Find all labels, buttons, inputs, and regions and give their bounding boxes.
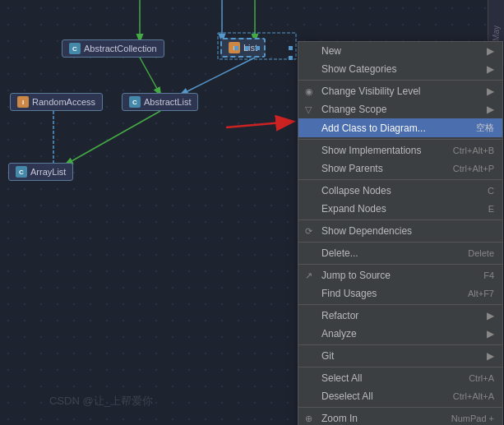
menu-item-label: New xyxy=(321,45,483,57)
menu-item-label: Jump to Source xyxy=(321,270,475,281)
node-label: ArrayList xyxy=(30,167,66,177)
node-label: RandomAccess xyxy=(32,97,95,107)
menu-item-label: Refactor xyxy=(321,310,483,321)
connection-dot xyxy=(289,56,293,60)
link-icon: ⟳ xyxy=(305,226,312,237)
menu-item-shortcut: E xyxy=(488,204,494,214)
menu-separator xyxy=(298,367,502,367)
jump-icon: ↗ xyxy=(305,270,312,281)
menu-item-label: Analyze xyxy=(321,328,483,340)
menu-item-label: Show Categories xyxy=(321,63,483,75)
menu-separator xyxy=(298,80,502,81)
menu-separator xyxy=(298,219,502,220)
menu-item-select-all[interactable]: Select All Ctrl+A xyxy=(298,369,502,387)
svg-line-0 xyxy=(140,58,160,95)
menu-item-label: Collapse Nodes xyxy=(321,185,479,196)
menu-item-show-implementations[interactable]: Show Implementations Ctrl+Alt+B xyxy=(298,141,502,159)
menu-item-label: Select All xyxy=(321,372,460,384)
menu-separator xyxy=(298,407,502,408)
submenu-arrow: ▶ xyxy=(487,310,494,321)
submenu-arrow: ▶ xyxy=(487,85,494,97)
menu-item-expand-nodes[interactable]: Expand Nodes E xyxy=(298,200,502,218)
menu-item-shortcut: Ctrl+Alt+B xyxy=(453,146,494,155)
submenu-arrow: ▶ xyxy=(487,328,494,340)
node-random-access[interactable]: I RandomAccess xyxy=(10,93,103,111)
node-icon: C xyxy=(129,96,141,108)
submenu-arrow: ▶ xyxy=(487,104,494,115)
node-icon: I xyxy=(17,96,29,108)
menu-item-shortcut: Ctrl+Alt+A xyxy=(453,391,494,401)
node-array-list[interactable]: C ArrayList xyxy=(8,163,73,181)
node-label: AbstractList xyxy=(144,97,191,107)
menu-separator xyxy=(298,264,502,265)
menu-item-label: Show Parents xyxy=(321,163,445,174)
menu-item-label: Deselect All xyxy=(321,390,445,402)
may-text: May xyxy=(492,25,501,41)
connection-dot xyxy=(234,46,238,50)
svg-line-7 xyxy=(226,122,292,127)
submenu-arrow: ▶ xyxy=(487,45,494,57)
menu-separator xyxy=(298,179,502,180)
node-icon: C xyxy=(69,43,81,54)
menu-item-label: Show Implementations xyxy=(321,145,445,156)
menu-item-label: Add Class to Diagram... xyxy=(321,122,468,134)
menu-item-shortcut: Ctrl+Alt+P xyxy=(453,164,494,173)
filter-icon: ▽ xyxy=(305,104,312,115)
menu-separator xyxy=(298,344,502,345)
svg-line-1 xyxy=(181,58,255,95)
node-abstract-list[interactable]: C AbstractList xyxy=(122,93,198,111)
node-abstract-collection[interactable]: C AbstractCollection xyxy=(62,39,164,58)
eye-icon: ◉ xyxy=(305,86,313,97)
menu-item-deselect-all[interactable]: Deselect All Ctrl+Alt+A xyxy=(298,387,502,405)
zoom-in-icon: ⊕ xyxy=(305,413,312,424)
menu-separator xyxy=(298,242,502,243)
menu-item-label: Change Visibility Level xyxy=(321,85,483,97)
menu-item-show-categories[interactable]: Show Categories ▶ xyxy=(298,60,502,78)
menu-item-shortcut: F4 xyxy=(483,270,494,280)
menu-item-zoom-in[interactable]: ⊕ Zoom In NumPad + xyxy=(298,409,502,425)
menu-item-change-scope[interactable]: ▽ Change Scope ▶ xyxy=(298,100,502,118)
menu-item-label: Change Scope xyxy=(321,104,483,115)
menu-item-shortcut: Ctrl+A xyxy=(469,373,494,383)
submenu-arrow: ▶ xyxy=(487,63,494,75)
menu-item-change-visibility[interactable]: ◉ Change Visibility Level ▶ xyxy=(298,82,502,100)
node-label: AbstractCollection xyxy=(84,44,157,53)
menu-item-jump-to-source[interactable]: ↗ Jump to Source F4 xyxy=(298,266,502,284)
connection-dot xyxy=(256,46,260,50)
menu-item-label: Find Usages xyxy=(321,288,460,299)
menu-separator xyxy=(298,139,502,140)
connection-dot xyxy=(245,46,249,50)
menu-item-collapse-nodes[interactable]: Collapse Nodes C xyxy=(298,182,502,200)
menu-item-add-class[interactable]: Add Class to Diagram... 空格 xyxy=(298,118,502,137)
menu-item-label: Git xyxy=(321,350,483,362)
connection-dot xyxy=(289,46,293,50)
menu-item-analyze[interactable]: Analyze ▶ xyxy=(298,325,502,343)
menu-item-shortcut: NumPad + xyxy=(451,413,494,423)
menu-item-shortcut: C xyxy=(488,186,494,196)
context-menu: New ▶ Show Categories ▶ ◉ Change Visibil… xyxy=(298,41,503,425)
menu-item-shortcut: Alt+F7 xyxy=(468,289,494,298)
menu-item-find-usages[interactable]: Find Usages Alt+F7 xyxy=(298,284,502,303)
node-icon: C xyxy=(16,166,27,178)
submenu-arrow: ▶ xyxy=(487,350,494,362)
menu-separator xyxy=(298,304,502,305)
svg-line-2 xyxy=(66,111,160,164)
menu-item-new[interactable]: New ▶ xyxy=(298,42,502,60)
menu-item-shortcut: 空格 xyxy=(476,122,494,134)
menu-item-label: Show Dependencies xyxy=(321,225,494,237)
menu-item-label: Expand Nodes xyxy=(321,203,480,215)
menu-item-shortcut: Delete xyxy=(468,248,494,258)
menu-item-label: Zoom In xyxy=(321,413,443,424)
menu-item-delete[interactable]: Delete... Delete xyxy=(298,244,502,262)
menu-item-show-dependencies[interactable]: ⟳ Show Dependencies xyxy=(298,222,502,240)
menu-item-show-parents[interactable]: Show Parents Ctrl+Alt+P xyxy=(298,159,502,178)
menu-item-label: Delete... xyxy=(321,247,460,259)
menu-item-refactor[interactable]: Refactor ▶ xyxy=(298,307,502,325)
menu-item-git[interactable]: Git ▶ xyxy=(298,347,502,365)
